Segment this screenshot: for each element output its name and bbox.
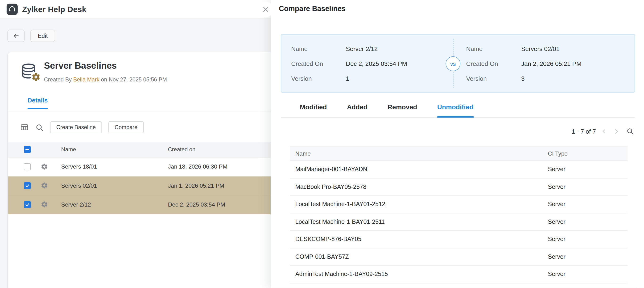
column-header-name: Name [295, 150, 311, 157]
right-created-value: Jan 2, 2026 05:21 PM [521, 60, 582, 67]
edit-button[interactable]: Edit [30, 30, 55, 42]
table-row: MailManager-001-BAYADN Server [290, 161, 628, 178]
chevron-left-icon[interactable] [601, 128, 608, 135]
column-header-ci-type: CI Type [548, 150, 568, 157]
right-created-label: Created On [466, 60, 498, 67]
close-icon [262, 6, 270, 14]
ci-type: Server [548, 183, 565, 190]
vs-badge: vs [446, 56, 460, 71]
left-version-label: Version [291, 75, 312, 82]
page-title: Server Baselines [44, 60, 117, 71]
ci-name: MacBook Pro-BAY05-2578 [295, 183, 366, 190]
left-version-value: 1 [346, 75, 349, 82]
ci-name: COMP-001-BAY57Z [295, 253, 349, 260]
pagination: 1 - 7 of 7 [572, 127, 634, 135]
search-icon[interactable] [626, 127, 634, 135]
ci-name: LocalTest Machine-1-BAY01-2511 [295, 218, 385, 225]
tab-removed[interactable]: Removed [387, 103, 418, 117]
tab-details[interactable]: Details [28, 97, 48, 109]
created-on-suffix: on Nov 27, 2025 05:56 PM [101, 76, 167, 83]
baseline-name: Servers 18/01 [61, 163, 97, 170]
table-view-icon[interactable] [20, 123, 29, 132]
gear-icon[interactable] [40, 201, 48, 208]
tab-unmodified[interactable]: Unmodified [437, 103, 474, 117]
modal-title: Compare Baselines [279, 5, 346, 13]
gear-icon[interactable] [40, 163, 48, 170]
right-name-value: Servers 02/01 [521, 45, 560, 52]
right-version-value: 3 [521, 75, 525, 82]
right-version-label: Version [466, 75, 487, 82]
select-all-checkbox[interactable] [24, 146, 31, 153]
baseline-toolbar: Create Baseline Compare [20, 121, 144, 133]
row-checkbox[interactable] [24, 201, 31, 208]
headset-icon [8, 6, 16, 13]
close-button[interactable] [258, 2, 274, 17]
baseline-created-on: Jan 1, 2026 05:21 PM [168, 182, 224, 189]
table-row: AdminTest Machine-1-BAY09-2515 Server [290, 266, 628, 283]
ci-type: Server [548, 270, 565, 277]
table-row: DESKCOMP-876-BAY05 Server [290, 231, 628, 248]
ci-name: DESKCOMP-876-BAY05 [295, 236, 361, 242]
created-by-prefix: Created By [44, 76, 72, 83]
compare-button[interactable]: Compare [108, 121, 144, 133]
comparison-summary-box: Name Server 2/12 Created On Dec 2, 2025 … [281, 34, 635, 93]
table-row: COMP-001-BAY57Z Server [290, 248, 628, 266]
table-row: LocalTest Machine-1-BAY01-2511 Server [290, 213, 628, 231]
page-actions: Edit [7, 30, 55, 42]
back-button[interactable] [7, 30, 24, 42]
left-created-value: Dec 2, 2025 03:54 PM [346, 60, 407, 67]
baseline-created-on: Dec 2, 2025 03:54 PM [168, 201, 225, 208]
table-row: LocalTest Machine-1-BAY01-2512 Server [290, 196, 628, 213]
column-header-created-on: Created on [168, 146, 196, 153]
diff-tabs: Modified Added Removed Unmodified [281, 103, 635, 118]
left-name-value: Server 2/12 [346, 45, 378, 52]
arrow-left-icon [12, 32, 20, 39]
compare-baselines-modal: Compare Baselines Name Server 2/12 Creat… [270, 0, 644, 288]
ci-type: Server [548, 253, 565, 260]
ci-type: Server [548, 218, 565, 225]
baseline-name: Servers 02/01 [61, 182, 97, 189]
pagination-range: 1 - 7 of 7 [572, 128, 596, 135]
ci-type: Server [548, 166, 565, 172]
baseline-created-on: Jan 18, 2026 06:30 PM [168, 163, 228, 170]
ci-name: AdminTest Machine-1-BAY09-2515 [295, 270, 388, 277]
search-icon[interactable] [35, 123, 44, 131]
baseline-name: Server 2/12 [61, 201, 91, 208]
row-checkbox[interactable] [24, 182, 31, 189]
gear-icon[interactable] [40, 182, 48, 189]
created-by-line: Created By Bella Mark on Nov 27, 2025 05… [44, 76, 167, 83]
row-checkbox[interactable] [24, 163, 31, 171]
ci-name: MailManager-001-BAYADN [295, 166, 367, 172]
screen: Zylker Help Desk Edit Server Baselines C… [0, 0, 644, 288]
ci-type: Server [548, 201, 565, 207]
left-created-label: Created On [291, 60, 323, 67]
chevron-right-icon[interactable] [613, 128, 620, 135]
app-logo [6, 4, 18, 15]
table-row: MacBook Pro-BAY05-2578 Server [290, 178, 628, 196]
create-baseline-button[interactable]: Create Baseline [50, 121, 102, 133]
left-name-label: Name [291, 45, 308, 52]
right-name-label: Name [466, 45, 483, 52]
created-by-user-link[interactable]: Bella Mark [73, 76, 100, 83]
results-table-header: Name CI Type [290, 146, 628, 161]
tab-modified[interactable]: Modified [299, 103, 327, 117]
app-title: Zylker Help Desk [22, 5, 86, 14]
tab-added[interactable]: Added [346, 103, 368, 117]
column-header-name: Name [61, 146, 76, 153]
unmodified-cis-table: Name CI Type MailManager-001-BAYADN Serv… [290, 146, 628, 283]
ci-type: Server [548, 236, 565, 242]
database-gear-icon [20, 62, 42, 84]
ci-name: LocalTest Machine-1-BAY01-2512 [295, 201, 386, 207]
